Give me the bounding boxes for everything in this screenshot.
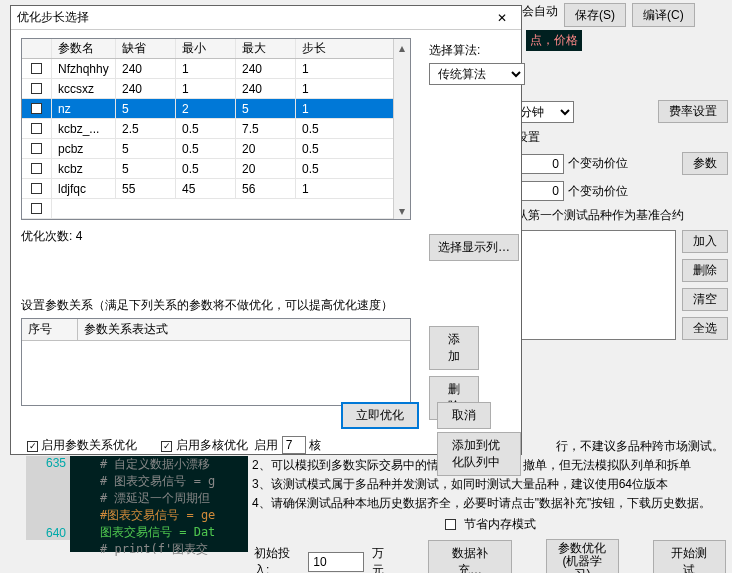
cell-name: kcbz [52, 159, 116, 178]
algo-select[interactable]: 传统算法 [429, 63, 525, 85]
cell-name: kccsxz [52, 79, 116, 98]
basic-section-label: 本设置 [504, 129, 728, 146]
relation-hint: 设置参数关系（满足下列关系的参数将不做优化，可以提高优化速度） [21, 297, 511, 314]
row-checkbox[interactable] [31, 183, 42, 194]
tick1-unit: 个变动价位 [568, 155, 628, 172]
line-num: 640 [26, 526, 70, 540]
row-checkbox[interactable] [31, 103, 42, 114]
row-checkbox[interactable] [31, 203, 42, 214]
init-invest-label: 初始投入: [254, 545, 300, 573]
dialog-title: 优化步长选择 [17, 9, 89, 26]
col-name: 参数名 [52, 39, 116, 58]
param-opt-button[interactable]: 参数优化(机器学习) [546, 539, 619, 573]
list-add-button[interactable]: 加入 [682, 230, 728, 253]
col-max: 最大 [236, 39, 296, 58]
cell-default: 2.5 [116, 119, 176, 138]
opt-count-value: 4 [76, 229, 83, 243]
cores-input[interactable] [282, 436, 306, 454]
code-line: #图表交易信号 = ge [100, 507, 248, 524]
row-checkbox[interactable] [31, 123, 42, 134]
opt-count-label: 优化次数: [21, 229, 72, 243]
code-line: # print(f'图表交 [100, 541, 248, 558]
compile-button[interactable]: 编译(C) [632, 3, 695, 27]
multicore-label: 启用多核优化 [176, 438, 248, 452]
note-4: 4、请确保测试品种本地历史数据齐全，必要时请点击"数据补充"按钮，下载历史数据。 [252, 495, 728, 512]
list-del-button[interactable]: 删除 [682, 259, 728, 282]
cell-name: ldjfqc [52, 179, 116, 198]
col-step: 步长 [296, 39, 394, 58]
data-refill-button[interactable]: 数据补充… [428, 540, 512, 573]
cell-max: 240 [236, 79, 296, 98]
show-columns-button[interactable]: 选择显示列… [429, 234, 519, 261]
cell-max: 20 [236, 159, 296, 178]
cell-step: 1 [296, 59, 394, 78]
tick2-unit: 个变动价位 [568, 183, 628, 200]
cell-step: 1 [296, 179, 394, 198]
cell-default: 5 [116, 159, 176, 178]
table-row[interactable]: ldjfqc5545561 [22, 179, 410, 199]
table-row[interactable]: pcbz50.5200.5 [22, 139, 410, 159]
relation-add-button[interactable]: 添加 [429, 326, 479, 370]
cell-min: 1 [176, 79, 236, 98]
cell-step: 0.5 [296, 139, 394, 158]
init-invest-input[interactable] [308, 552, 364, 572]
cell-step: 0.5 [296, 119, 394, 138]
cell-min: 2 [176, 99, 236, 118]
close-icon[interactable]: ✕ [489, 11, 515, 25]
cell-default: 5 [116, 139, 176, 158]
rel-col-expr: 参数关系表达式 [78, 319, 410, 340]
row-checkbox[interactable] [31, 143, 42, 154]
cell-name: pcbz [52, 139, 116, 158]
row-checkbox[interactable] [31, 83, 42, 94]
cell-max: 7.5 [236, 119, 296, 138]
cell-default: 240 [116, 59, 176, 78]
table-row[interactable]: nz5251 [22, 99, 410, 119]
line-num: 635 [26, 456, 70, 470]
multicore-checkbox[interactable] [161, 441, 172, 452]
row-checkbox[interactable] [31, 63, 42, 74]
scroll-down-icon[interactable]: ▾ [394, 202, 410, 219]
scrollbar[interactable]: ▴ ▾ [393, 39, 410, 219]
table-row[interactable]: kcbz_...2.50.57.50.5 [22, 119, 410, 139]
instrument-list[interactable] [504, 230, 676, 340]
run-optimize-button[interactable]: 立即优化 [341, 402, 419, 429]
table-row[interactable]: Nfzhqhhy24012401 [22, 59, 410, 79]
params-button[interactable]: 参数 [682, 152, 728, 175]
cores-suffix: 核 [309, 438, 321, 452]
cell-default: 55 [116, 179, 176, 198]
code-line: # 自定义数据小漂移 [100, 456, 248, 473]
cell-default: 5 [116, 99, 176, 118]
list-clear-button[interactable]: 清空 [682, 288, 728, 311]
cell-step: 1 [296, 79, 394, 98]
add-to-queue-button[interactable]: 添加到优化队列中 [437, 432, 521, 476]
code-line: # 漂延迟一个周期但 [100, 490, 248, 507]
save-button[interactable]: 保存(S) [564, 3, 626, 27]
memory-mode-checkbox[interactable] [445, 519, 456, 530]
start-test-button[interactable]: 开始测试 [653, 540, 726, 573]
cell-name: kcbz_... [52, 119, 116, 138]
init-invest-unit: 万元 [372, 545, 394, 573]
list-selall-button[interactable]: 全选 [682, 317, 728, 340]
cell-min: 1 [176, 59, 236, 78]
relation-opt-checkbox[interactable] [27, 441, 38, 452]
cell-name: nz [52, 99, 116, 118]
table-row[interactable]: kccsxz24012401 [22, 79, 410, 99]
scroll-up-icon[interactable]: ▴ [394, 39, 410, 56]
code-line: 图表交易信号 = Dat [100, 524, 248, 541]
table-row[interactable]: kcbz50.5200.5 [22, 159, 410, 179]
cell-step: 1 [296, 99, 394, 118]
param-table[interactable]: 参数名 缺省 最小 最大 步长 Nfzhqhhy24012401kccsxz24… [21, 38, 411, 220]
relation-table[interactable]: 序号 参数关系表达式 [21, 318, 411, 406]
note-3: 3、该测试模式属于多品种并发测试，如同时测试大量品种，建议使用64位版本 [252, 476, 728, 493]
fee-button[interactable]: 费率设置 [658, 100, 728, 123]
algo-label: 选择算法: [429, 42, 525, 59]
row-checkbox[interactable] [31, 163, 42, 174]
code-line: # 图表交易信号 = g [100, 473, 248, 490]
cancel-button[interactable]: 取消 [437, 402, 491, 429]
cell-name: Nfzhqhhy [52, 59, 116, 78]
memory-mode-label: 节省内存模式 [464, 516, 536, 533]
cell-default: 240 [116, 79, 176, 98]
baseline-label: 默认第一个测试品种作为基准合约 [504, 207, 728, 224]
rel-col-index: 序号 [22, 319, 78, 340]
cell-max: 20 [236, 139, 296, 158]
